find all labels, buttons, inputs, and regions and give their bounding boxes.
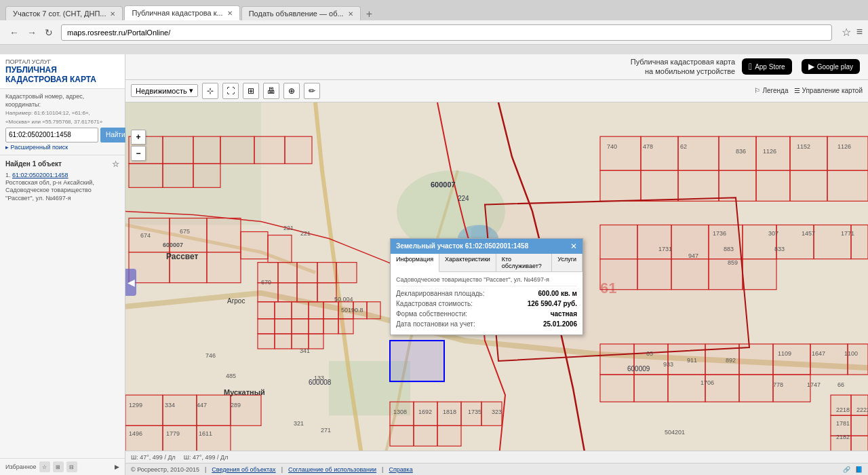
zoom-region-btn[interactable]: ⛶ [222, 83, 239, 99]
svg-rect-27 [258, 282, 278, 301]
tab-3[interactable]: Подать объявление — об... ✕ [241, 6, 361, 20]
app-store-button[interactable]:  App Store [742, 58, 792, 75]
svg-text:Мускатный: Мускатный [224, 388, 265, 396]
svg-rect-67 [743, 225, 776, 259]
tab-3-close[interactable]: ✕ [348, 10, 353, 18]
coordinates-bar: Ш: 47°, 499 / Дл Ш: 47°, 499 / Дл [125, 451, 868, 463]
svg-text:271: 271 [321, 427, 331, 434]
google-play-button[interactable]: ▶ Google play [802, 59, 860, 74]
svg-rect-20 [241, 231, 268, 259]
popup-scrolled-content: Садоводческое товарищество "Рассвет", ул… [396, 276, 577, 286]
search-row: Найти [5, 128, 119, 142]
popup-value-ownership: частная [551, 310, 577, 318]
fb-icon[interactable]: 📘 [855, 466, 863, 473]
svg-rect-43 [323, 318, 338, 333]
svg-text:1457: 1457 [802, 229, 815, 236]
svg-rect-19 [207, 252, 241, 282]
select-tool-btn[interactable]: ⊹ [202, 83, 218, 99]
svg-text:740: 740 [607, 143, 617, 150]
svg-text:1647: 1647 [812, 350, 825, 357]
fav-icon-2[interactable]: ⊞ [53, 461, 64, 472]
popup-tab-service[interactable]: Кто обслуживает? [496, 254, 552, 271]
popup-close-button[interactable]: ✕ [570, 242, 577, 251]
popup-row-area: Декларированная площадь: 600.00 кв. м [396, 290, 577, 297]
svg-rect-99 [437, 402, 461, 425]
map-container[interactable]: 600007 224 61 Рассвет Агрос Мускатный 60… [125, 102, 868, 463]
draw-btn[interactable]: ✏ [304, 83, 320, 99]
print-btn[interactable]: 🖶 [263, 83, 279, 99]
forward-button[interactable]: → [23, 27, 41, 38]
fav-icon-3[interactable]: ⊟ [66, 461, 77, 472]
zoom-in-button[interactable]: + [131, 130, 146, 145]
search-input[interactable] [5, 128, 98, 142]
app-description: Публичная кадастровая карта на мобильном… [631, 58, 735, 75]
vk-icon[interactable]: 🔗 [843, 466, 850, 473]
export-btn[interactable]: ⊕ [283, 83, 300, 99]
control-label: Управление картой [802, 87, 863, 94]
svg-rect-54 [790, 136, 827, 170]
svg-rect-53 [756, 136, 790, 170]
footer-link-3[interactable]: Справка [389, 466, 412, 473]
svg-text:911: 911 [687, 357, 697, 364]
svg-rect-90 [125, 395, 163, 425]
layer-dropdown[interactable]: Недвижимость ▾ [131, 84, 198, 97]
svg-text:50190.8: 50190.8 [341, 306, 363, 313]
svg-rect-28 [278, 282, 297, 301]
svg-rect-60 [756, 170, 790, 201]
popup-tab-info[interactable]: Информация [391, 254, 439, 272]
fav-icon-1[interactable]: ☆ [39, 461, 50, 472]
portal-header: ПОРТАЛ УСЛУГ ПУБЛИЧНАЯ КАДАСТРОВАЯ КАРТА [0, 54, 125, 89]
legend-button[interactable]: ⚐ Легенда [754, 87, 788, 94]
footer-link-1[interactable]: Сведения об объектах [212, 466, 275, 473]
svg-text:1692: 1692 [418, 408, 432, 415]
tab-1[interactable]: Участок 7 сот. (СНТ, ДНП... ✕ [5, 6, 123, 20]
footer-link-2[interactable]: Соглашение об использовании [288, 466, 376, 473]
new-tab-button[interactable]: + [362, 8, 376, 20]
search-hint-1: Например: 61:6:10104:12, «61:6», [5, 110, 119, 117]
svg-text:289: 289 [231, 402, 241, 408]
svg-rect-52 [719, 136, 756, 170]
advanced-search-link[interactable]: ▸ Расширенный поиск [5, 144, 119, 151]
app-store-header: Публичная кадастровая карта на мобильном… [125, 54, 868, 80]
svg-text:778: 778 [773, 381, 783, 388]
back-button[interactable]: ← [5, 27, 23, 38]
address-bar[interactable] [61, 24, 832, 41]
fav-icons: ☆ ⊞ ⊟ [39, 461, 77, 472]
nav-bar: ← → ↻ ☆ ≡ [0, 20, 868, 45]
svg-rect-37 [353, 301, 367, 318]
map-control-button[interactable]: ☰ Управление картой [794, 87, 863, 94]
play-icon: ▶ [808, 62, 814, 71]
tab-2-close[interactable]: ✕ [227, 10, 233, 17]
popup-tab-services[interactable]: Услуги [552, 254, 583, 271]
portal-title[interactable]: ПУБЛИЧНАЯ КАДАСТРОВАЯ КАРТА [5, 65, 119, 84]
svg-rect-56 [600, 170, 641, 201]
popup-tab-char[interactable]: Характеристики [439, 254, 496, 271]
popup-value-area: 600.00 кв. м [538, 290, 577, 297]
fav-expand-icon[interactable]: ▶ [115, 463, 119, 470]
svg-rect-50 [641, 136, 678, 170]
svg-rect-30 [317, 282, 336, 301]
legend-label: Легенда [762, 87, 788, 94]
tab-1-close[interactable]: ✕ [110, 10, 115, 18]
reload-button[interactable]: ↻ [41, 27, 57, 38]
results-star-icon[interactable]: ☆ [112, 159, 119, 169]
svg-rect-41 [292, 318, 309, 333]
svg-text:Агрос: Агрос [227, 297, 245, 304]
bookmark-icon[interactable]: ☆ [842, 26, 851, 39]
result-link-1[interactable]: 61:02:0502001:1458 [12, 172, 68, 178]
settings-icon[interactable]: ≡ [856, 26, 863, 39]
measure-btn[interactable]: ⊞ [243, 83, 259, 99]
popup-tabs: Информация Характеристики Кто обслуживае… [391, 254, 583, 272]
svg-text:63: 63 [646, 350, 653, 357]
tab-2[interactable]: Публичная кадастрова к... ✕ [124, 5, 239, 20]
svg-rect-83 [848, 344, 868, 375]
svg-text:1126: 1126 [837, 143, 851, 150]
favorites-bar: Избранное ☆ ⊞ ⊟ ▶ [0, 458, 125, 475]
svg-rect-6 [163, 136, 193, 164]
zoom-out-button[interactable]: − [131, 146, 146, 161]
scale-info: Ш: 47°, 499 / Дл [184, 454, 229, 461]
svg-text:674: 674 [140, 231, 151, 238]
sidebar-collapse-button[interactable]: ◀ [125, 269, 136, 296]
svg-rect-38 [367, 301, 380, 318]
svg-rect-62 [827, 170, 868, 201]
